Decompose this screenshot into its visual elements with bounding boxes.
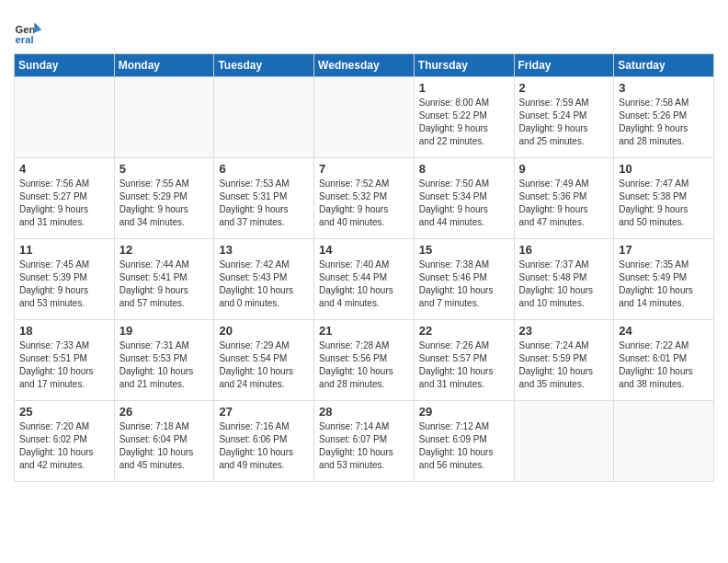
svg-text:Gen: Gen <box>16 24 36 35</box>
calendar-cell <box>614 401 714 482</box>
day-number: 24 <box>619 324 710 338</box>
calendar-cell: 9Sunrise: 7:49 AM Sunset: 5:36 PM Daylig… <box>514 158 614 239</box>
day-info: Sunrise: 7:52 AM Sunset: 5:32 PM Dayligh… <box>319 178 410 229</box>
weekday-header: Monday <box>114 54 214 77</box>
calendar-cell <box>214 77 314 158</box>
day-number: 17 <box>619 243 710 257</box>
day-number: 1 <box>419 81 510 95</box>
day-number: 23 <box>519 324 610 338</box>
calendar-cell: 18Sunrise: 7:33 AM Sunset: 5:51 PM Dayli… <box>15 320 115 401</box>
calendar-cell: 23Sunrise: 7:24 AM Sunset: 5:59 PM Dayli… <box>514 320 614 401</box>
day-info: Sunrise: 7:35 AM Sunset: 5:49 PM Dayligh… <box>619 259 710 310</box>
day-info: Sunrise: 7:14 AM Sunset: 6:07 PM Dayligh… <box>319 420 410 472</box>
calendar-cell: 17Sunrise: 7:35 AM Sunset: 5:49 PM Dayli… <box>614 239 714 320</box>
calendar-week: 18Sunrise: 7:33 AM Sunset: 5:51 PM Dayli… <box>15 320 714 401</box>
day-info: Sunrise: 7:12 AM Sunset: 6:09 PM Dayligh… <box>419 420 510 472</box>
calendar-cell: 26Sunrise: 7:18 AM Sunset: 6:04 PM Dayli… <box>114 401 214 482</box>
calendar-cell <box>514 401 614 482</box>
calendar-cell: 25Sunrise: 7:20 AM Sunset: 6:02 PM Dayli… <box>15 401 115 482</box>
calendar-cell <box>314 77 415 158</box>
calendar-cell: 8Sunrise: 7:50 AM Sunset: 5:34 PM Daylig… <box>414 158 514 239</box>
day-info: Sunrise: 7:42 AM Sunset: 5:43 PM Dayligh… <box>219 259 310 310</box>
day-number: 13 <box>219 243 310 257</box>
calendar-cell: 11Sunrise: 7:45 AM Sunset: 5:39 PM Dayli… <box>15 239 115 320</box>
calendar-cell: 10Sunrise: 7:47 AM Sunset: 5:38 PM Dayli… <box>614 158 714 239</box>
day-number: 4 <box>19 162 110 176</box>
day-info: Sunrise: 7:38 AM Sunset: 5:46 PM Dayligh… <box>419 259 510 310</box>
calendar-cell: 19Sunrise: 7:31 AM Sunset: 5:53 PM Dayli… <box>114 320 214 401</box>
calendar-cell: 13Sunrise: 7:42 AM Sunset: 5:43 PM Dayli… <box>214 239 314 320</box>
calendar-cell: 2Sunrise: 7:59 AM Sunset: 5:24 PM Daylig… <box>514 77 614 158</box>
svg-text:eral: eral <box>16 34 34 45</box>
day-number: 19 <box>119 324 210 338</box>
day-info: Sunrise: 7:58 AM Sunset: 5:26 PM Dayligh… <box>619 97 710 148</box>
day-number: 28 <box>319 405 410 419</box>
calendar-cell: 28Sunrise: 7:14 AM Sunset: 6:07 PM Dayli… <box>314 401 415 482</box>
day-info: Sunrise: 7:47 AM Sunset: 5:38 PM Dayligh… <box>619 178 710 229</box>
calendar-cell: 12Sunrise: 7:44 AM Sunset: 5:41 PM Dayli… <box>114 239 214 320</box>
day-info: Sunrise: 7:26 AM Sunset: 5:57 PM Dayligh… <box>419 339 510 391</box>
calendar-cell: 20Sunrise: 7:29 AM Sunset: 5:54 PM Dayli… <box>214 320 314 401</box>
day-info: Sunrise: 7:20 AM Sunset: 6:02 PM Dayligh… <box>19 420 110 472</box>
day-info: Sunrise: 7:49 AM Sunset: 5:36 PM Dayligh… <box>519 178 610 229</box>
day-number: 26 <box>119 405 210 419</box>
logo: Gen eral <box>14 17 47 46</box>
day-info: Sunrise: 7:24 AM Sunset: 5:59 PM Dayligh… <box>519 339 610 391</box>
calendar-week: 4Sunrise: 7:56 AM Sunset: 5:27 PM Daylig… <box>15 158 714 239</box>
day-number: 14 <box>319 243 410 257</box>
calendar-cell: 16Sunrise: 7:37 AM Sunset: 5:48 PM Dayli… <box>514 239 614 320</box>
weekday-header: Wednesday <box>314 54 415 77</box>
calendar-week: 11Sunrise: 7:45 AM Sunset: 5:39 PM Dayli… <box>15 239 714 320</box>
day-number: 5 <box>119 162 210 176</box>
calendar-cell: 15Sunrise: 7:38 AM Sunset: 5:46 PM Dayli… <box>414 239 514 320</box>
weekday-header: Tuesday <box>214 54 314 77</box>
day-info: Sunrise: 7:22 AM Sunset: 6:01 PM Dayligh… <box>619 339 710 391</box>
weekday-header: Friday <box>514 54 614 77</box>
day-info: Sunrise: 7:50 AM Sunset: 5:34 PM Dayligh… <box>419 178 510 229</box>
weekday-header: Sunday <box>15 54 115 77</box>
day-number: 8 <box>419 162 510 176</box>
calendar-cell: 7Sunrise: 7:52 AM Sunset: 5:32 PM Daylig… <box>314 158 415 239</box>
day-number: 3 <box>619 81 710 95</box>
day-number: 18 <box>19 324 110 338</box>
day-number: 12 <box>119 243 210 257</box>
calendar-cell <box>15 77 115 158</box>
day-number: 7 <box>319 162 410 176</box>
weekday-header: Thursday <box>414 54 514 77</box>
day-number: 22 <box>419 324 510 338</box>
calendar-cell: 1Sunrise: 8:00 AM Sunset: 5:22 PM Daylig… <box>414 77 514 158</box>
header-row: SundayMondayTuesdayWednesdayThursdayFrid… <box>15 54 714 77</box>
day-number: 6 <box>219 162 310 176</box>
day-info: Sunrise: 8:00 AM Sunset: 5:22 PM Dayligh… <box>419 97 510 148</box>
day-number: 21 <box>319 324 410 338</box>
calendar-cell: 3Sunrise: 7:58 AM Sunset: 5:26 PM Daylig… <box>614 77 714 158</box>
logo-icon: Gen eral <box>14 17 43 46</box>
calendar-week: 1Sunrise: 8:00 AM Sunset: 5:22 PM Daylig… <box>15 77 714 158</box>
day-info: Sunrise: 7:29 AM Sunset: 5:54 PM Dayligh… <box>219 339 310 391</box>
calendar-cell: 22Sunrise: 7:26 AM Sunset: 5:57 PM Dayli… <box>414 320 514 401</box>
day-info: Sunrise: 7:37 AM Sunset: 5:48 PM Dayligh… <box>519 259 610 310</box>
day-info: Sunrise: 7:59 AM Sunset: 5:24 PM Dayligh… <box>519 97 610 148</box>
day-info: Sunrise: 7:28 AM Sunset: 5:56 PM Dayligh… <box>319 339 410 391</box>
calendar-cell: 6Sunrise: 7:53 AM Sunset: 5:31 PM Daylig… <box>214 158 314 239</box>
day-number: 29 <box>419 405 510 419</box>
weekday-header: Saturday <box>614 54 714 77</box>
day-number: 2 <box>519 81 610 95</box>
day-info: Sunrise: 7:16 AM Sunset: 6:06 PM Dayligh… <box>219 420 310 472</box>
calendar-cell <box>114 77 214 158</box>
day-number: 25 <box>19 405 110 419</box>
day-number: 15 <box>419 243 510 257</box>
day-info: Sunrise: 7:18 AM Sunset: 6:04 PM Dayligh… <box>119 420 210 472</box>
calendar-cell: 4Sunrise: 7:56 AM Sunset: 5:27 PM Daylig… <box>15 158 115 239</box>
calendar-week: 25Sunrise: 7:20 AM Sunset: 6:02 PM Dayli… <box>15 401 714 482</box>
header: Gen eral <box>14 9 714 46</box>
calendar-cell: 14Sunrise: 7:40 AM Sunset: 5:44 PM Dayli… <box>314 239 415 320</box>
calendar-table: SundayMondayTuesdayWednesdayThursdayFrid… <box>14 53 714 482</box>
day-number: 11 <box>19 243 110 257</box>
day-info: Sunrise: 7:45 AM Sunset: 5:39 PM Dayligh… <box>19 259 110 310</box>
calendar-cell: 21Sunrise: 7:28 AM Sunset: 5:56 PM Dayli… <box>314 320 415 401</box>
day-info: Sunrise: 7:44 AM Sunset: 5:41 PM Dayligh… <box>119 259 210 310</box>
calendar-cell: 29Sunrise: 7:12 AM Sunset: 6:09 PM Dayli… <box>414 401 514 482</box>
calendar-cell: 27Sunrise: 7:16 AM Sunset: 6:06 PM Dayli… <box>214 401 314 482</box>
day-info: Sunrise: 7:53 AM Sunset: 5:31 PM Dayligh… <box>219 178 310 229</box>
